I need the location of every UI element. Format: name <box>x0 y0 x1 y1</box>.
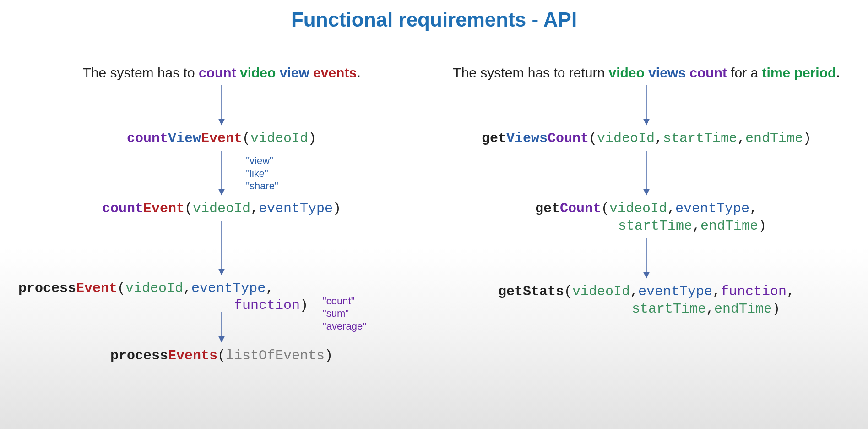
arg-endTime: endTime <box>714 301 772 317</box>
req-period: . <box>836 65 840 80</box>
comma: , <box>749 201 758 216</box>
req-word-views: views <box>648 65 689 80</box>
kw-get: get <box>498 284 523 299</box>
sig-processEvents: processEvents(listOfEvents) <box>18 347 425 365</box>
arg-function: function <box>234 297 300 313</box>
kw-view: View <box>168 131 201 146</box>
paren-close: ) <box>772 301 780 317</box>
req-word-view: view <box>280 65 313 80</box>
arrow-down-icon <box>443 238 850 280</box>
event-type-annotation: "view" "like" "share" <box>246 154 278 192</box>
arg-videoId: videoId <box>250 131 308 146</box>
sig-getStats-line2: startTime,endTime) <box>443 301 850 318</box>
kw-count: count <box>127 131 168 146</box>
paren-open: ( <box>242 131 250 146</box>
sig-getCount-line2: startTime,endTime) <box>443 218 850 235</box>
req-word-count: count <box>199 65 240 80</box>
req-word-events: events <box>313 65 357 80</box>
sig-getStats: getStats(videoId,eventType,function, <box>443 283 850 301</box>
req-word-video: video <box>240 65 280 80</box>
kw-get: get <box>482 131 506 146</box>
arg-eventType: eventType <box>191 280 266 296</box>
comma: , <box>787 284 795 299</box>
left-requirement: The system has to count video view event… <box>18 64 425 82</box>
kw-views: Views <box>506 131 548 146</box>
req-mid: for a <box>727 65 762 80</box>
arg-eventType: eventType <box>675 201 749 216</box>
paren-close: ) <box>803 131 811 146</box>
paren-open: ( <box>589 131 597 146</box>
arg-startTime: startTime <box>663 131 737 146</box>
comma: , <box>183 280 191 296</box>
function-annotation: "count" "sum" "average" <box>323 295 366 333</box>
arg-startTime: startTime <box>618 218 692 234</box>
comma: , <box>667 201 675 216</box>
arrow-down-icon <box>18 221 425 276</box>
arg-eventType: eventType <box>259 201 333 216</box>
comma: , <box>712 284 721 299</box>
req-prefix: The system has to return <box>453 65 608 80</box>
paren-close: ) <box>333 201 341 216</box>
kw-event: Event <box>201 131 242 146</box>
comma: , <box>250 201 259 216</box>
arg-endTime: endTime <box>745 131 803 146</box>
arg-listOfEvents: listOfEvents <box>226 348 325 363</box>
arrow-down-icon <box>443 151 850 197</box>
kw-count: count <box>102 201 143 216</box>
paren-open: ( <box>564 284 572 299</box>
arrow-down-icon <box>18 151 425 197</box>
paren-open: ( <box>184 201 193 216</box>
slide-title: Functional requirements - API <box>0 8 868 31</box>
req-prefix: The system has to <box>83 65 199 80</box>
comma: , <box>630 284 638 299</box>
arg-eventType: eventType <box>638 284 712 299</box>
arg-videoId: videoId <box>609 201 667 216</box>
paren-open: ( <box>217 348 226 363</box>
kw-event: Event <box>143 201 184 216</box>
paren-close: ) <box>308 131 316 146</box>
comma: , <box>266 280 274 296</box>
arg-startTime: startTime <box>632 301 706 317</box>
req-word-count: count <box>689 65 727 80</box>
arg-videoId: videoId <box>597 131 655 146</box>
sig-countViewEvent: countViewEvent(videoId) <box>18 130 425 148</box>
left-column: The system has to count video view event… <box>0 64 434 364</box>
req-word-video: video <box>608 65 648 80</box>
kw-event: Event <box>76 280 117 296</box>
right-column: The system has to return video views cou… <box>434 64 868 364</box>
arg-function: function <box>721 284 787 299</box>
req-word-time: time <box>762 65 794 80</box>
arg-videoId: videoId <box>572 284 630 299</box>
kw-process: process <box>110 348 168 363</box>
kw-count: Count <box>548 131 589 146</box>
arrow-down-icon <box>443 85 850 126</box>
comma: , <box>706 301 714 317</box>
paren-open: ( <box>601 201 609 216</box>
kw-stats: Stats <box>523 284 564 299</box>
kw-count: Count <box>560 201 601 216</box>
paren-close: ) <box>758 218 766 234</box>
sig-countEvent: countEvent(videoId,eventType) <box>18 200 425 218</box>
arg-videoId: videoId <box>125 280 183 296</box>
comma: , <box>692 218 700 234</box>
sig-getViewsCount: getViewsCount(videoId,startTime,endTime) <box>443 130 850 148</box>
req-word-period: period <box>794 65 836 80</box>
right-requirement: The system has to return video views cou… <box>443 64 850 82</box>
kw-process: process <box>18 280 76 296</box>
paren-open: ( <box>117 280 125 296</box>
req-period: . <box>357 65 360 80</box>
paren-close: ) <box>325 348 333 363</box>
comma: , <box>737 131 745 146</box>
arg-endTime: endTime <box>700 218 758 234</box>
paren-close: ) <box>300 297 308 313</box>
kw-events: Events <box>168 348 217 363</box>
sig-getCount: getCount(videoId,eventType, <box>443 200 850 218</box>
arg-videoId: videoId <box>193 201 250 216</box>
kw-get: get <box>535 201 560 216</box>
arrow-down-icon <box>18 85 425 126</box>
comma: , <box>655 131 663 146</box>
